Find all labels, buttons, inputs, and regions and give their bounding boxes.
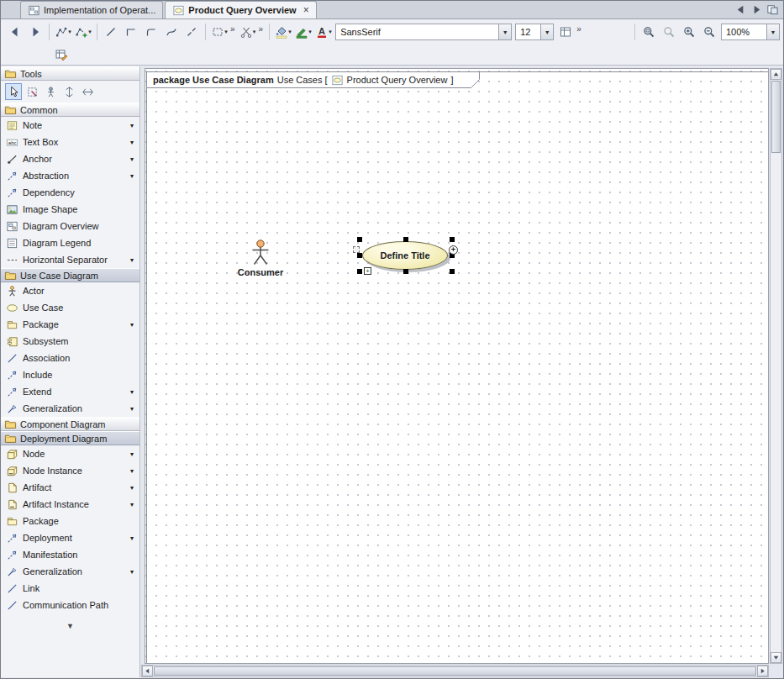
palette-section-use-case-diagram[interactable]: Use Case Diagram [1,268,139,282]
palette-item-dependency[interactable]: Dependency [1,184,139,201]
select-tool[interactable] [5,83,22,100]
overflow-chevron-icon[interactable]: » [576,24,581,34]
font-size-combo[interactable]: 12 ▼ [515,24,554,40]
chevron-down-icon[interactable]: ▾ [130,467,136,475]
chevron-down-icon[interactable]: ▾ [130,450,136,458]
selection-handle-top-right[interactable] [450,237,455,242]
palette-item-note[interactable]: Note▾ [1,117,139,134]
chevron-down-icon[interactable]: ▾ [130,172,136,180]
palette-item-abstraction[interactable]: Abstraction▾ [1,167,139,184]
palette-item-manifestation[interactable]: Manifestation [1,546,139,563]
chevron-down-icon[interactable]: ▾ [308,29,312,35]
chevron-down-icon[interactable]: ▾ [88,29,92,35]
rounded-path-style-button[interactable] [141,23,161,41]
palette-item-actor[interactable]: Actor [1,282,139,299]
chevron-down-icon[interactable]: ▾ [130,405,136,413]
palette-item-generalization[interactable]: Generalization▾ [1,400,139,417]
edit-path-tool-button[interactable]: ▾ [53,23,73,41]
tab-implementation-of-operations[interactable]: Implementation of Operat... [20,1,163,18]
chevron-down-icon[interactable]: ▾ [130,321,136,329]
symbol-properties-button[interactable] [555,23,576,41]
overflow-chevron-icon[interactable]: » [230,24,235,34]
palette-item-node-instance[interactable]: Node Instance▾ [1,462,139,479]
horizontal-scrollbar[interactable] [141,665,769,677]
tab-product-query-overview[interactable]: Product Query Overview × [165,1,316,18]
selection-handle-top-left[interactable] [357,237,362,242]
palette-item-diagram-overview[interactable]: Diagram Overview [1,218,139,234]
palette-section-common[interactable]: Common [1,103,139,117]
chevron-down-icon[interactable]: ▼ [498,24,511,39]
palette-item-horizontal-separator[interactable]: Horizontal Separator▾ [1,251,139,268]
forward-button[interactable] [25,23,45,41]
chevron-down-icon[interactable]: ▾ [253,29,256,35]
zoom-region-button[interactable] [639,23,659,41]
chevron-down-icon[interactable]: ▾ [288,29,292,35]
chevron-down-icon[interactable]: ▾ [68,29,71,35]
selection-handle-bottom-left[interactable] [357,269,362,274]
palette-item-artifact-instance[interactable]: Artifact Instance▾ [1,496,139,513]
vertical-split-tool[interactable] [61,83,77,100]
overflow-chevron-icon[interactable]: » [259,24,264,34]
scroll-down-button[interactable] [771,652,781,663]
palette-item-package[interactable]: Package▾ [1,316,139,333]
next-tab-icon[interactable] [750,3,763,16]
zoom-in-button[interactable] [679,23,699,41]
palette-item-image-shape[interactable]: Image Shape [1,201,139,218]
palette-section-tools[interactable]: Tools [1,66,139,81]
palette-item-artifact[interactable]: Artifact▾ [1,479,139,496]
palette-item-use-case[interactable]: Use Case [1,299,139,316]
window-list-icon[interactable] [766,3,779,16]
palette-item-anchor[interactable]: Anchor▾ [1,150,139,167]
palette-scroll-down-icon[interactable]: ▼ [1,620,139,632]
swimlane-tool[interactable] [42,83,59,100]
palette-item-generalization[interactable]: Generalization▾ [1,563,139,580]
palette-item-package[interactable]: Package [1,513,139,529]
back-button[interactable] [5,23,25,41]
scroll-left-button[interactable] [142,666,153,676]
palette-item-diagram-legend[interactable]: Diagram Legend [1,234,139,251]
vertical-scrollbar[interactable] [770,68,782,664]
horizontal-scroll-thumb[interactable] [154,666,756,676]
marquee-select-button[interactable]: ▾ [209,23,229,41]
fill-color-button[interactable]: ▾ [273,23,293,41]
selection-handle-top-middle[interactable] [403,237,408,242]
chevron-down-icon[interactable]: ▾ [130,568,136,576]
chevron-down-icon[interactable]: ▾ [130,388,136,396]
palette-item-association[interactable]: Association [1,350,139,366]
font-family-combo[interactable]: SansSerif ▼ [335,24,512,40]
diagram-properties-button[interactable] [51,45,71,64]
sticky-tool[interactable] [24,83,40,100]
zoom-out-button[interactable] [699,23,719,41]
selection-handle-bottom-middle[interactable] [403,269,408,274]
selection-handle-middle-left[interactable] [357,253,362,258]
chevron-down-icon[interactable]: ▾ [130,256,136,264]
chevron-down-icon[interactable]: ▼ [540,24,553,39]
diagram-frame-header[interactable]: package Use Case Diagram Use Cases [ Pro… [146,71,481,88]
vertical-scroll-thumb[interactable] [771,81,781,153]
palette-section-component-diagram[interactable]: Component Diagram [1,417,139,431]
actor-element-consumer[interactable]: Consumer [236,239,285,277]
oblique-path-style-button[interactable] [101,23,121,41]
chevron-down-icon[interactable]: ▼ [766,24,779,39]
palette-item-include[interactable]: Include [1,366,139,383]
chevron-down-icon[interactable]: ▾ [130,122,136,129]
scroll-right-button[interactable] [757,666,768,676]
palette-item-communication-path[interactable]: Communication Path [1,597,139,613]
palette-item-link[interactable]: Link [1,580,139,597]
horizontal-split-tool[interactable] [79,83,96,100]
zoom-level-combo[interactable]: 100% ▼ [721,24,780,40]
diagram-canvas[interactable]: package Use Case Diagram Use Cases [ Pro… [145,68,769,664]
zoom-fit-button[interactable] [659,23,679,41]
chevron-down-icon[interactable]: ▾ [130,501,136,508]
smart-manipulator-move-icon[interactable] [353,246,360,253]
palette-section-deployment-diagram[interactable]: Deployment Diagram [1,431,139,445]
add-path-point-tool-button[interactable]: ▾ [73,23,93,41]
palette-item-text-box[interactable]: Text Box▾ [1,134,139,150]
close-tab-icon[interactable]: × [303,6,309,14]
chevron-down-icon[interactable]: ▾ [130,484,136,492]
palette-item-deployment[interactable]: Deployment▾ [1,529,139,546]
chevron-down-icon[interactable]: ▾ [130,139,136,146]
previous-tab-icon[interactable] [734,3,747,16]
line-color-button[interactable]: ▾ [293,23,313,41]
broken-path-style-button[interactable] [182,23,202,41]
